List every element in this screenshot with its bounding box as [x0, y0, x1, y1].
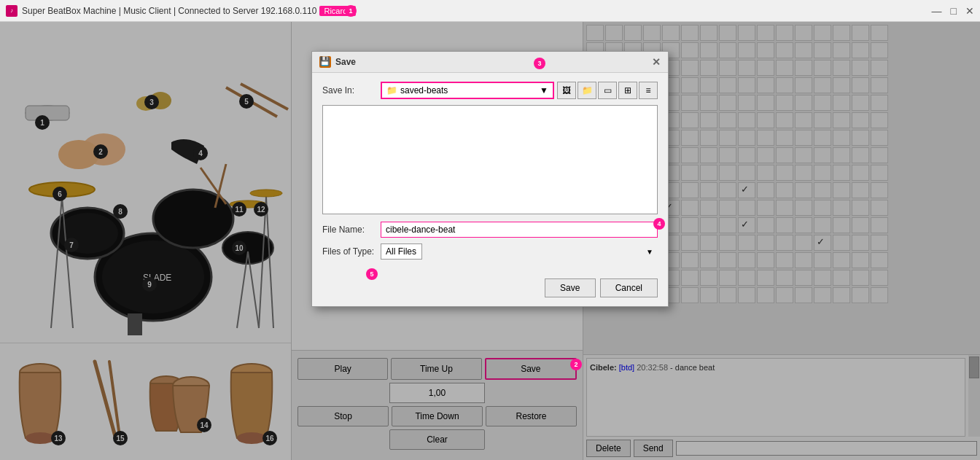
annotation-3: 3 — [534, 58, 545, 69]
window-controls: — □ ✕ — [932, 5, 974, 17]
files-type-label: Files of Type: — [322, 246, 381, 257]
dialog-body: Save In: 📁 saved-beats ▼ 3 🖼 📁 ▭ — [312, 73, 668, 274]
file-name-row: File Name: 4 — [322, 222, 658, 238]
save-dialog: 💾 Save ✕ Save In: 📁 saved-beats ▼ — [311, 51, 669, 307]
annotation-5: 5 — [366, 268, 378, 280]
toolbar-buttons: 🖼 📁 ▭ ⊞ ≡ — [557, 82, 658, 99]
dialog-titlebar: 💾 Save ✕ — [312, 52, 668, 73]
minimize-btn[interactable]: — — [932, 5, 942, 17]
file-name-input[interactable] — [381, 222, 658, 238]
files-type-wrapper: All Files — [381, 243, 658, 260]
file-browser — [322, 105, 658, 214]
save-in-dropdown[interactable]: 📁 saved-beats ▼ — [381, 82, 554, 99]
file-name-label: File Name: — [322, 225, 381, 235]
save-in-value: saved-beats — [400, 85, 448, 95]
title-bar: ♪ Super BeatBox Machine | Music Client |… — [0, 0, 980, 22]
toolbar-btn-image[interactable]: 🖼 — [557, 82, 576, 99]
files-type-select[interactable]: All Files — [381, 243, 422, 260]
annotation-2: 2 — [570, 359, 582, 370]
dialog-title: Save — [335, 57, 356, 67]
dialog-save-btn[interactable]: Save — [545, 278, 596, 297]
dialog-close-btn[interactable]: ✕ — [652, 56, 661, 68]
save-in-label: Save In: — [322, 85, 381, 95]
files-type-row: Files of Type: All Files — [322, 243, 658, 260]
toolbar-btn-view3[interactable]: ≡ — [639, 82, 658, 99]
toolbar-btn-view2[interactable]: ⊞ — [618, 82, 637, 99]
close-btn[interactable]: ✕ — [965, 5, 974, 17]
maximize-btn[interactable]: □ — [951, 5, 957, 17]
folder-icon: 📁 — [386, 85, 397, 95]
toolbar-btn-view1[interactable]: ▭ — [598, 82, 617, 99]
app-icon: ♪ — [6, 5, 18, 17]
dialog-icon: 💾 — [319, 56, 331, 68]
toolbar-btn-folder[interactable]: 📁 — [578, 82, 596, 99]
modal-overlay: 2 💾 Save ✕ Save In: 📁 saved-beats — [0, 22, 980, 460]
save-in-row: Save In: 📁 saved-beats ▼ 3 🖼 📁 ▭ — [322, 82, 658, 99]
save-in-controls: 📁 saved-beats ▼ 3 🖼 📁 ▭ ⊞ ≡ — [381, 82, 658, 99]
dropdown-arrow: ▼ — [540, 85, 548, 95]
app-title: Super BeatBox Machine | Music Client | C… — [22, 6, 316, 16]
annotation-4: 4 — [653, 218, 665, 230]
annotation-1: 1 — [345, 5, 357, 17]
dialog-footer: 5 Save Cancel — [312, 274, 668, 306]
dialog-cancel-btn[interactable]: Cancel — [600, 278, 658, 297]
